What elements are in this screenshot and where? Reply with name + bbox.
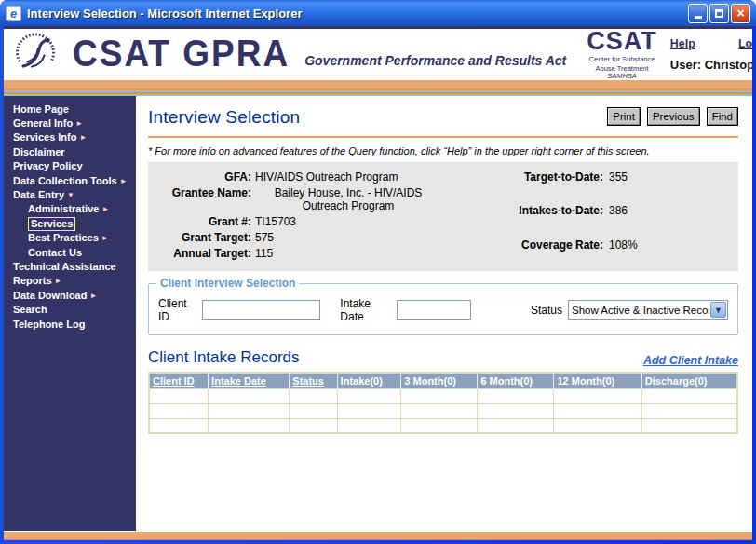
sidebar-item-services[interactable]: Services: [13, 217, 136, 231]
client-intake-records-heading: Client Intake Records: [148, 348, 300, 367]
sidebar-item-data-download[interactable]: Data Download►: [13, 289, 136, 303]
table-row: [149, 418, 737, 433]
header-divider-band: [4, 80, 752, 94]
help-link[interactable]: Help: [670, 37, 695, 50]
logout-link[interactable]: Logout: [738, 37, 752, 50]
brand: CSAT GPRA Government Performance and Res…: [73, 34, 566, 74]
window-frame: CSAT GPRA Government Performance and Res…: [0, 26, 756, 544]
intake-date-label: Intake Date: [340, 297, 391, 323]
submenu-arrow-icon: ►: [55, 277, 62, 285]
annual-target-label: Annual Target:: [155, 247, 251, 260]
annual-target-value: 115: [255, 247, 441, 260]
table-header-row: Client ID Intake Date Status Intake(0) 3…: [149, 373, 737, 389]
intake-date-input[interactable]: [397, 300, 471, 320]
sidebar-item-contact-us[interactable]: Contact Us: [13, 246, 136, 260]
grant-summary-box: GFA: HIV/AIDS Outreach Program Grantee N…: [148, 162, 738, 271]
sidebar-item-data-collection-tools[interactable]: Data Collection Tools►: [13, 174, 136, 188]
gfa-label: GFA:: [155, 170, 251, 184]
client-interview-selection-fieldset: Client Interview Selection Client ID Int…: [148, 283, 738, 335]
add-client-intake-link[interactable]: Add Client Intake: [643, 354, 738, 367]
selected-item-highlight[interactable]: Services: [28, 217, 75, 231]
col-intake-date[interactable]: Intake Date: [209, 373, 290, 389]
submenu-arrow-icon: ►: [101, 205, 109, 213]
footer-band: [4, 531, 752, 540]
submenu-arrow-icon: ►: [101, 234, 109, 242]
chevron-down-icon[interactable]: ▼: [710, 302, 726, 318]
table-row: [149, 403, 737, 418]
sidebar-item-technical-assistance[interactable]: Technical Assistance: [13, 260, 136, 274]
submenu-arrow-icon: ►: [89, 292, 97, 300]
browser-window: e Interview Selection - Microsoft Intern…: [0, 0, 756, 544]
brand-title: CSAT GPRA: [73, 33, 290, 76]
sidebar-item-administrative[interactable]: Administrative►: [13, 202, 136, 216]
intakes-to-date-value: 386: [609, 204, 650, 217]
title-divider: [148, 136, 738, 138]
grant-number-value: TI15703: [255, 215, 441, 228]
col-intake-count: Intake(0): [337, 373, 401, 389]
status-selected-value: Show Active & Inactive Records: [569, 305, 709, 316]
csat-logo: CSAT Center for Substance Abuse Treatmen…: [587, 29, 657, 80]
sidebar-nav: Home Page General Info► Services Info► D…: [4, 96, 136, 532]
col-3-month-count: 3 Month(0): [401, 373, 478, 389]
col-6-month-count: 6 Month(0): [478, 373, 554, 389]
status-label: Status: [531, 304, 562, 317]
sidebar-item-services-info[interactable]: Services Info►: [13, 130, 136, 144]
table-row: [149, 388, 737, 403]
grant-target-label: Grant Target:: [155, 231, 251, 244]
client-intake-records-table: Client ID Intake Date Status Intake(0) 3…: [148, 372, 738, 435]
grantee-name-label: Grantee Name:: [155, 186, 251, 199]
header-right: Help Logout User: Christopher Shumway: [670, 37, 752, 72]
logged-in-user: User: Christopher Shumway: [670, 58, 752, 72]
col-12-month-count: 12 Month(0): [554, 373, 641, 389]
sidebar-item-disclaimer[interactable]: Disclaimer: [13, 145, 136, 159]
help-note: * For more info on advanced features of …: [148, 145, 738, 156]
submenu-arrow-icon: ▼: [67, 191, 74, 199]
col-discharge-count: Discharge(0): [641, 373, 737, 389]
main-content: Interview Selection Print Previous Find …: [136, 96, 752, 532]
toolbar: Print Previous Find: [607, 107, 738, 126]
grant-number-label: Grant #:: [155, 215, 251, 228]
target-to-date-value: 355: [609, 170, 650, 184]
client-id-input[interactable]: [202, 300, 320, 320]
sidebar-item-telephone-log[interactable]: Telephone Log: [13, 318, 136, 332]
sidebar-item-general-info[interactable]: General Info►: [13, 116, 136, 130]
intakes-to-date-label: Intakes-to-Date:: [493, 204, 603, 217]
status-dropdown[interactable]: Show Active & Inactive Records ▼: [568, 300, 728, 320]
hhs-eagle-logo: [11, 30, 60, 78]
sidebar-item-home-page[interactable]: Home Page: [13, 102, 136, 116]
submenu-arrow-icon: ►: [79, 133, 87, 142]
client-id-label: Client ID: [158, 297, 196, 323]
brand-tagline: Government Performance and Results Act: [304, 53, 566, 68]
grant-target-value: 575: [255, 231, 441, 244]
sidebar-item-best-practices[interactable]: Best Practices►: [13, 231, 136, 245]
coverage-rate-label: Coverage Rate:: [493, 238, 603, 252]
target-to-date-label: Target-to-Date:: [493, 170, 603, 184]
col-client-id[interactable]: Client ID: [149, 373, 209, 389]
find-button[interactable]: Find: [707, 107, 738, 126]
sidebar-item-search[interactable]: Search: [13, 303, 136, 317]
page: CSAT GPRA Government Performance and Res…: [4, 26, 752, 540]
minimize-button[interactable]: [688, 4, 708, 23]
app-header: CSAT GPRA Government Performance and Res…: [4, 26, 752, 80]
sidebar-item-privacy-policy[interactable]: Privacy Policy: [13, 159, 136, 173]
gfa-value: HIV/AIDS Outreach Program: [255, 170, 441, 184]
close-button[interactable]: ×: [731, 4, 750, 23]
window-title: Interview Selection - Microsoft Internet…: [27, 7, 688, 20]
sidebar-item-data-entry[interactable]: Data Entry▼: [13, 188, 136, 202]
title-bar[interactable]: e Interview Selection - Microsoft Intern…: [0, 0, 756, 26]
coverage-rate-value: 108%: [609, 238, 650, 252]
submenu-arrow-icon: ►: [120, 177, 128, 185]
print-button[interactable]: Print: [607, 107, 641, 126]
internet-explorer-icon: e: [6, 6, 21, 21]
previous-button[interactable]: Previous: [647, 107, 700, 126]
col-status[interactable]: Status: [290, 373, 337, 389]
fieldset-legend: Client Interview Selection: [156, 277, 299, 290]
submenu-arrow-icon: ►: [75, 119, 83, 128]
grantee-name-value: Bailey House, Inc. - HIV/AIDS Outreach P…: [255, 186, 441, 212]
page-title: Interview Selection: [148, 107, 300, 128]
maximize-button[interactable]: [709, 4, 729, 23]
sidebar-item-reports[interactable]: Reports►: [13, 274, 136, 288]
